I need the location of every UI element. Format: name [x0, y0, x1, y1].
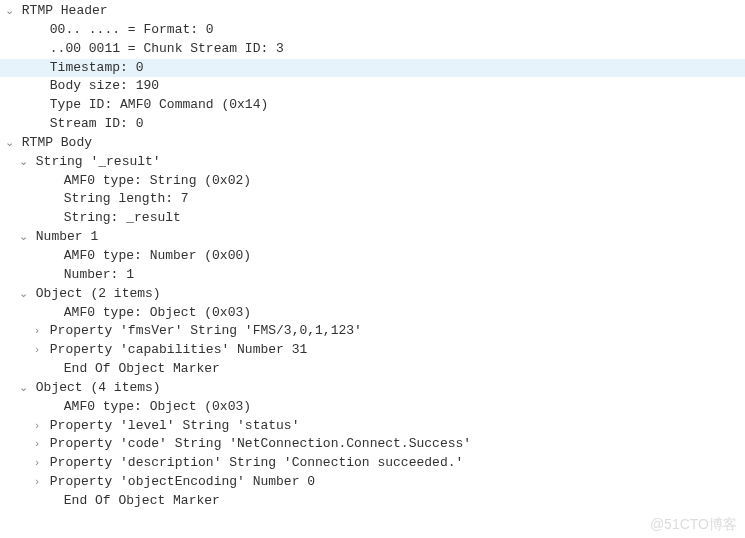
chevron-down-icon[interactable]: ⌄ — [18, 286, 28, 302]
tree-row[interactable]: AMF0 type: Number (0x00) — [0, 247, 745, 266]
tree-row[interactable]: End Of Object Marker — [0, 492, 745, 511]
tree-row-label: Property 'objectEncoding' Number 0 — [50, 474, 315, 489]
tree-row[interactable]: › Property 'level' String 'status' — [0, 417, 745, 436]
chevron-right-icon[interactable]: › — [32, 436, 42, 452]
toggle-none — [46, 267, 56, 283]
chevron-right-icon[interactable]: › — [32, 418, 42, 434]
tree-row-label: End Of Object Marker — [64, 361, 220, 376]
tree-row[interactable]: Number: 1 — [0, 266, 745, 285]
chevron-down-icon[interactable]: ⌄ — [18, 154, 28, 170]
chevron-down-icon[interactable]: ⌄ — [4, 3, 14, 19]
tree-row[interactable]: String: _result — [0, 209, 745, 228]
toggle-none — [32, 60, 42, 76]
toggle-none — [46, 493, 56, 509]
tree-row[interactable]: ⌄ Number 1 — [0, 228, 745, 247]
tree-row-label: ..00 0011 = Chunk Stream ID: 3 — [50, 41, 284, 56]
tree-row-label: Property 'code' String 'NetConnection.Co… — [50, 436, 471, 451]
tree-row-label: Body size: 190 — [50, 78, 159, 93]
toggle-none — [32, 78, 42, 94]
tree-row-label: AMF0 type: Number (0x00) — [64, 248, 251, 263]
tree-row-label: End Of Object Marker — [64, 493, 220, 508]
tree-row[interactable]: Stream ID: 0 — [0, 115, 745, 134]
toggle-none — [32, 41, 42, 57]
tree-row-label: Property 'description' String 'Connectio… — [50, 455, 463, 470]
chevron-right-icon[interactable]: › — [32, 474, 42, 490]
tree-row[interactable]: ⌄ Object (2 items) — [0, 285, 745, 304]
chevron-down-icon[interactable]: ⌄ — [18, 229, 28, 245]
toggle-none — [46, 361, 56, 377]
tree-row-label: Object (4 items) — [36, 380, 161, 395]
tree-row[interactable]: ⌄ RTMP Body — [0, 134, 745, 153]
chevron-right-icon[interactable]: › — [32, 342, 42, 358]
tree-row[interactable]: › Property 'code' String 'NetConnection.… — [0, 435, 745, 454]
tree-row[interactable]: AMF0 type: String (0x02) — [0, 172, 745, 191]
tree-row[interactable]: › Property 'description' String 'Connect… — [0, 454, 745, 473]
tree-row[interactable]: ⌄ RTMP Header — [0, 2, 745, 21]
tree-row-label: 00.. .... = Format: 0 — [50, 22, 214, 37]
tree-row[interactable]: ..00 0011 = Chunk Stream ID: 3 — [0, 40, 745, 59]
toggle-none — [32, 116, 42, 132]
tree-row-label: Property 'capabilities' Number 31 — [50, 342, 307, 357]
tree-row-label: Object (2 items) — [36, 286, 161, 301]
tree-row-label: Type ID: AMF0 Command (0x14) — [50, 97, 268, 112]
watermark: @51CTO博客 — [650, 514, 737, 534]
tree-row-label: Property 'fmsVer' String 'FMS/3,0,1,123' — [50, 323, 362, 338]
tree-row[interactable]: ⌄ Object (4 items) — [0, 379, 745, 398]
tree-row-label: String length: 7 — [64, 191, 189, 206]
toggle-none — [32, 97, 42, 113]
toggle-none — [46, 191, 56, 207]
toggle-none — [46, 399, 56, 415]
tree-row[interactable]: › Property 'capabilities' Number 31 — [0, 341, 745, 360]
toggle-none — [46, 210, 56, 226]
chevron-right-icon[interactable]: › — [32, 455, 42, 471]
tree-row-label: RTMP Header — [22, 3, 108, 18]
tree-row[interactable]: Timestamp: 0 — [0, 59, 745, 78]
tree-row[interactable]: › Property 'fmsVer' String 'FMS/3,0,1,12… — [0, 322, 745, 341]
tree-row-label: String: _result — [64, 210, 181, 225]
tree-row-label: Timestamp: 0 — [50, 60, 144, 75]
toggle-none — [46, 305, 56, 321]
tree-row[interactable]: Type ID: AMF0 Command (0x14) — [0, 96, 745, 115]
tree-row-label: Property 'level' String 'status' — [50, 418, 300, 433]
tree-row[interactable]: AMF0 type: Object (0x03) — [0, 304, 745, 323]
toggle-none — [46, 173, 56, 189]
tree-row[interactable]: 00.. .... = Format: 0 — [0, 21, 745, 40]
tree-row[interactable]: End Of Object Marker — [0, 360, 745, 379]
toggle-none — [46, 248, 56, 264]
tree-row[interactable]: ⌄ String '_result' — [0, 153, 745, 172]
packet-tree: ⌄ RTMP Header 00.. .... = Format: 0 ..00… — [0, 2, 745, 511]
tree-row-label: RTMP Body — [22, 135, 92, 150]
tree-row-label: AMF0 type: Object (0x03) — [64, 305, 251, 320]
tree-row-label: String '_result' — [36, 154, 161, 169]
chevron-right-icon[interactable]: › — [32, 323, 42, 339]
tree-row-label: Number 1 — [36, 229, 98, 244]
toggle-none — [32, 22, 42, 38]
tree-row[interactable]: String length: 7 — [0, 190, 745, 209]
tree-row-label: AMF0 type: String (0x02) — [64, 173, 251, 188]
tree-row[interactable]: Body size: 190 — [0, 77, 745, 96]
chevron-down-icon[interactable]: ⌄ — [18, 380, 28, 396]
tree-row-label: AMF0 type: Object (0x03) — [64, 399, 251, 414]
tree-row[interactable]: AMF0 type: Object (0x03) — [0, 398, 745, 417]
tree-row[interactable]: › Property 'objectEncoding' Number 0 — [0, 473, 745, 492]
chevron-down-icon[interactable]: ⌄ — [4, 135, 14, 151]
tree-row-label: Number: 1 — [64, 267, 134, 282]
tree-row-label: Stream ID: 0 — [50, 116, 144, 131]
